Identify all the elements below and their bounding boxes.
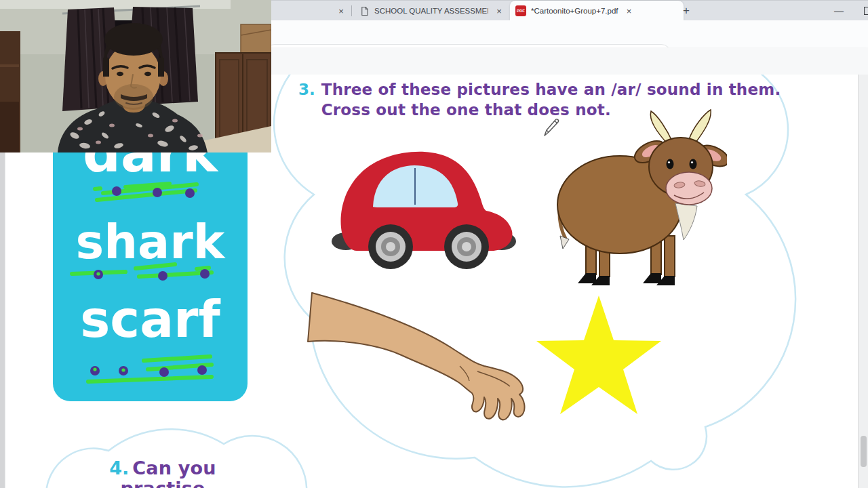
webcam-scene — [0, 0, 271, 152]
close-tab-icon[interactable]: × — [334, 3, 349, 18]
close-tab-icon[interactable]: × — [493, 5, 505, 17]
star-picture[interactable] — [533, 291, 665, 427]
question3-number: 3. — [298, 79, 315, 120]
tab-divider — [351, 5, 352, 16]
car-front-wheel — [444, 224, 489, 269]
arm-picture[interactable] — [307, 290, 534, 426]
new-tab-button[interactable]: + — [678, 3, 694, 19]
pdf-file-icon: PDF — [515, 5, 526, 16]
tab-title: *Cartoonito+Group+7.pdf — [531, 7, 618, 15]
maximize-button[interactable] — [859, 1, 868, 21]
cow-picture[interactable] — [551, 108, 727, 286]
question3-line1: Three of these pictures have an /ar/ sou… — [321, 79, 781, 100]
tab-cartoonito-pdf[interactable]: PDF *Cartoonito+Group+7.pdf × — [510, 1, 684, 21]
tab-title: SCHOOL QUALITY ASSESSMENT — [374, 7, 488, 15]
webcam-overlay — [0, 0, 271, 152]
question4-text: 4. Can you practise — [64, 458, 261, 488]
maximize-icon — [864, 7, 868, 15]
tab-school-quality-assessment[interactable]: SCHOOL QUALITY ASSESSMENT × — [354, 1, 518, 21]
car-rear-wheel — [368, 224, 413, 269]
close-tab-icon[interactable]: × — [623, 5, 635, 17]
question4-line: Can you practise — [120, 458, 216, 488]
screen: × SCHOOL QUALITY ASSESSMENT × PDF *Carto… — [0, 0, 868, 488]
minimize-button[interactable]: — — [827, 1, 850, 21]
scrollbar-track[interactable] — [859, 75, 868, 488]
question4-number: 4. — [109, 458, 129, 479]
car-picture[interactable] — [331, 141, 517, 273]
document-icon — [359, 6, 370, 16]
scrollbar-thumb[interactable] — [861, 436, 867, 467]
